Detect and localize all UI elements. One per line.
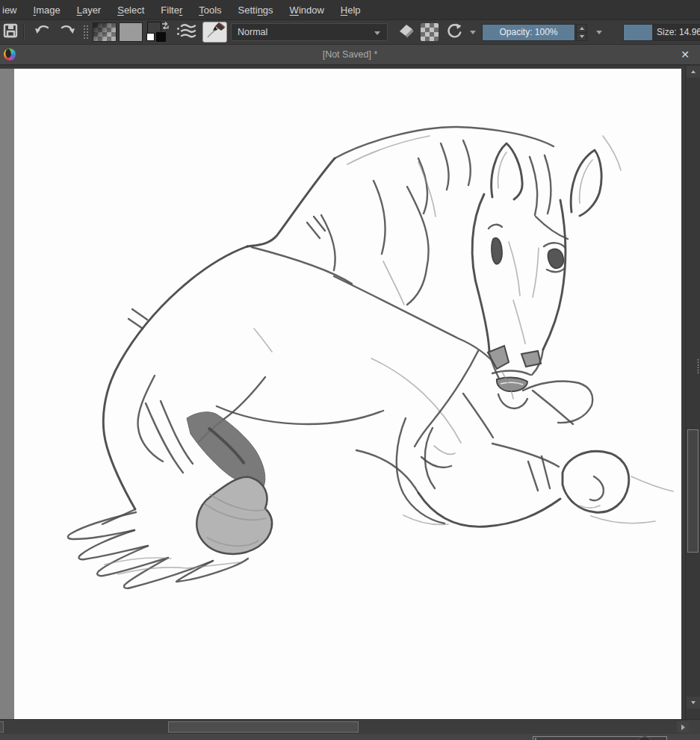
eraser-icon [396,22,415,43]
menu-item-layer[interactable]: Layer [69,0,110,20]
document-title: [Not Saved] * [0,49,700,60]
background-color-swatch-alt[interactable] [146,33,155,41]
menu-item-select[interactable]: Select [109,0,152,20]
brush-size-slider[interactable]: Size: 14.96 px [623,24,700,41]
main-toolbar: Normal Opacity: 100% Size: 14.96 px [0,20,700,45]
vertical-scrollbar[interactable] [685,66,700,719]
pencil-icon [203,21,226,43]
redo-icon [58,22,76,43]
scrollbar-corner [689,720,700,734]
horizontal-scrollbar-thumb[interactable] [168,721,359,733]
reload-icon [445,22,464,43]
gradient-chooser-button[interactable] [93,22,117,42]
spin-down-icon [580,35,584,38]
scroll-down-button[interactable] [687,697,700,709]
opacity-options-chevron-icon[interactable] [596,31,602,34]
scroll-left-button[interactable] [0,721,4,733]
arrow-right-icon [681,724,685,730]
menu-item-tools[interactable]: Tools [191,0,229,20]
save-button[interactable] [2,22,19,42]
opacity-slider[interactable]: Opacity: 100% [482,24,575,41]
menu-bar: iewImageLayerSelectFilterToolsSettingsWi… [0,0,700,20]
menu-item-iew[interactable]: iew [1,0,25,20]
spin-up-button[interactable] [577,25,586,32]
canvas-viewport [0,66,700,719]
docker-splitter-handle[interactable] [697,358,699,373]
document-tab-bar: [Not Saved] * ✕ [0,45,700,66]
canvas-surround [0,69,14,719]
preserve-alpha-button[interactable] [421,23,439,41]
horse-sketch [14,69,681,719]
horizontal-scrollbar[interactable] [0,719,700,734]
canvas[interactable] [14,69,681,719]
workspace-chooser-button[interactable] [176,22,197,42]
menu-item-settings[interactable]: Settings [230,0,282,20]
opacity-spinner[interactable] [576,24,587,41]
redo-button[interactable] [58,22,76,43]
brush-options-chevron-icon[interactable] [470,31,476,34]
undo-icon [34,22,52,43]
brush-size-value: Size: 14.96 px [657,27,700,37]
blending-mode-value: Normal [238,27,267,37]
workspace-list-icon [176,22,197,42]
status-bar-partial [0,734,700,740]
chevron-down-icon [374,31,380,35]
arrow-down-icon [691,701,696,704]
arrow-up-icon [691,70,696,73]
spin-up-icon [580,27,584,30]
undo-button[interactable] [34,22,52,43]
close-document-button[interactable]: ✕ [681,48,690,61]
swap-colors-icon[interactable] [161,21,170,29]
menu-item-image[interactable]: Image [25,0,69,20]
menu-item-filter[interactable]: Filter [152,0,191,20]
scroll-right-button[interactable] [677,721,689,733]
spin-down-button[interactable] [577,32,586,40]
blending-mode-combo[interactable]: Normal [231,23,388,41]
pattern-chooser-button[interactable] [119,22,143,42]
menu-item-window[interactable]: Window [282,0,332,20]
background-color-swatch[interactable] [155,31,167,43]
toolbar-separator [23,24,25,40]
brush-size-fill [624,25,652,40]
brush-editor-button[interactable] [202,22,227,43]
scroll-up-button[interactable] [687,66,700,78]
eraser-mode-button[interactable] [396,22,415,43]
vertical-scrollbar-thumb[interactable] [687,429,699,553]
save-icon [2,22,19,42]
menu-item-help[interactable]: Help [332,0,369,20]
foreground-background-colors[interactable] [146,22,170,43]
reload-preset-button[interactable] [445,22,464,43]
opacity-value: Opacity: 100% [499,27,557,37]
toolbar-drag-grip[interactable] [82,24,88,40]
